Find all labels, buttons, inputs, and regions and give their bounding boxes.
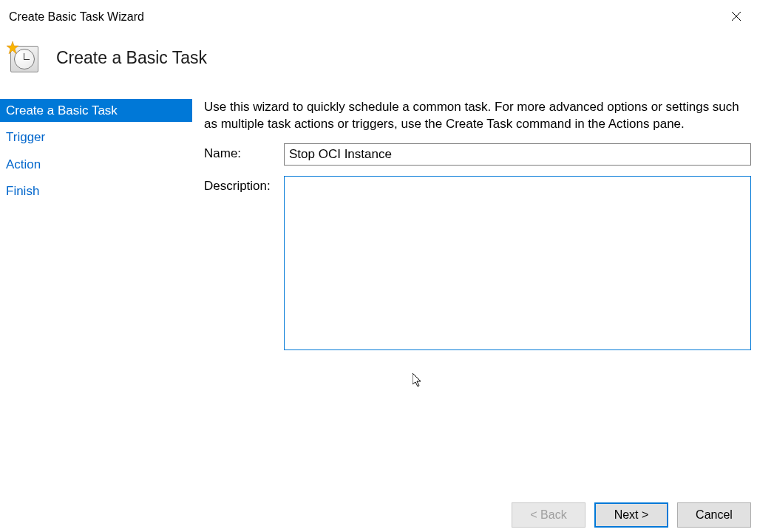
svg-marker-2 [7, 41, 18, 54]
main-panel: Use this wizard to quickly schedule a co… [192, 99, 757, 483]
title-bar: Create Basic Task Wizard [0, 0, 757, 27]
cancel-button[interactable]: Cancel [677, 502, 751, 528]
intro-text: Use this wizard to quickly schedule a co… [204, 99, 751, 133]
description-label: Description: [204, 176, 284, 194]
window-title: Create Basic Task Wizard [9, 6, 144, 24]
next-button[interactable]: Next > [594, 502, 668, 528]
name-label: Name: [204, 143, 284, 161]
sidebar-step-trigger[interactable]: Trigger [0, 126, 192, 149]
page-title: Create a Basic Task [56, 48, 207, 68]
sidebar-step-action[interactable]: Action [0, 153, 192, 176]
back-button: < Back [512, 502, 585, 528]
wizard-steps-sidebar: Create a Basic Task Trigger Action Finis… [0, 99, 192, 483]
button-bar: < Back Next > Cancel [512, 502, 751, 528]
description-row: Description: [204, 176, 751, 350]
name-input[interactable] [284, 143, 751, 166]
sidebar-step-finish[interactable]: Finish [0, 180, 192, 202]
sidebar-step-create-basic-task[interactable]: Create a Basic Task [0, 99, 192, 122]
name-row: Name: [204, 143, 751, 166]
description-input[interactable] [284, 176, 751, 350]
wizard-header: Create a Basic Task [0, 27, 757, 99]
content-area: Create a Basic Task Trigger Action Finis… [0, 99, 757, 483]
task-clock-icon [6, 41, 38, 74]
close-button[interactable] [724, 6, 748, 27]
close-icon [731, 11, 741, 21]
